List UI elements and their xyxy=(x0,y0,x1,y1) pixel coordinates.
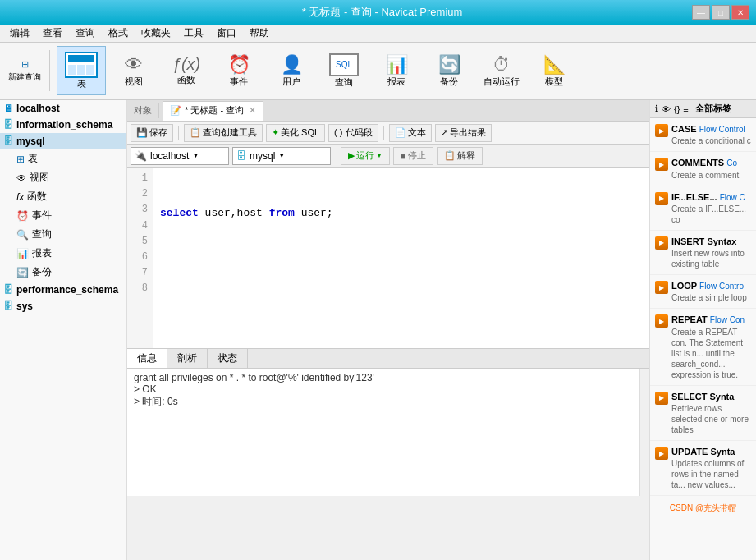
snippet-select-desc: Retrieve rows selected one or more table… xyxy=(671,403,751,435)
sidebar-item-function[interactable]: fx 函数 xyxy=(0,187,126,206)
sidebar-item-view[interactable]: 👁 视图 xyxy=(0,168,126,187)
sidebar-item-information-schema[interactable]: 🗄 information_schema xyxy=(0,117,126,133)
minimize-button[interactable]: — xyxy=(692,5,710,20)
snippet-ifelse[interactable]: ▶ IF...ELSE... Flow C Create a IF...ELSE… xyxy=(650,186,756,231)
host-select-icon: 🔌 xyxy=(135,150,147,162)
results-scrollbar[interactable] xyxy=(639,369,649,496)
result-line-2: > OK xyxy=(134,383,643,395)
stop-icon: ■ xyxy=(401,151,406,161)
sidebar-item-table[interactable]: ⊞ 表 xyxy=(0,149,126,168)
list-icon[interactable]: ≡ xyxy=(683,104,688,114)
toolbar-report-button[interactable]: 📊 报表 xyxy=(372,46,421,95)
snippet-update[interactable]: ▶ UPDATE Synta Updates columns of rows i… xyxy=(650,441,756,496)
db2-icon: 🗄 xyxy=(3,284,13,296)
snippet-update-desc: Updates columns of rows in the named ta.… xyxy=(671,458,751,490)
snippet-insert[interactable]: ▶ INSERT Syntax Insert new rows into exi… xyxy=(650,231,756,275)
snippet-ifelse-type: Flow C xyxy=(720,193,745,202)
toolbar-autorun-button[interactable]: ⏱ 自动运行 xyxy=(477,46,526,95)
snippet-repeat[interactable]: ▶ REPEAT Flow Con Create a REPEAT con. T… xyxy=(650,309,756,385)
user-icon: 👤 xyxy=(281,54,303,76)
toolbar-table-button[interactable]: 表 xyxy=(57,46,106,95)
query-builder-button[interactable]: 📋 查询创建工具 xyxy=(184,124,263,142)
table-icon xyxy=(65,52,98,78)
sidebar-item-mysql[interactable]: 🗄 mysql xyxy=(0,133,126,149)
results-tab-info[interactable]: 信息 xyxy=(127,349,167,368)
db-select[interactable]: 🗄 mysql ▼ xyxy=(232,147,331,165)
toolbar-function-button[interactable]: ƒ(x) 函数 xyxy=(162,46,211,95)
results-tabs: 信息 剖析 状态 xyxy=(127,349,649,369)
report-small-icon: 📊 xyxy=(16,248,29,259)
snippet-ifelse-desc: Create a IF...ELSE... co xyxy=(671,204,751,225)
menu-help[interactable]: 帮助 xyxy=(243,25,276,42)
save-button[interactable]: 💾 保存 xyxy=(131,124,173,142)
code-snippet-button[interactable]: ( ) 代码段 xyxy=(328,124,378,142)
sidebar-item-event[interactable]: ⏰ 事件 xyxy=(0,206,126,225)
toolbar-user-button[interactable]: 👤 用户 xyxy=(267,46,316,95)
line-numbers: 1 2 3 4 5 6 7 8 xyxy=(127,168,153,348)
query-small-icon: 🔍 xyxy=(16,229,29,241)
query-tab-close[interactable]: ✕ xyxy=(249,105,256,116)
menu-view[interactable]: 查看 xyxy=(36,25,69,42)
export-result-button[interactable]: ↗ 导出结果 xyxy=(435,124,492,142)
snippet-update-title: UPDATE Synta xyxy=(671,447,735,457)
menu-query[interactable]: 查询 xyxy=(69,25,102,42)
query-tab[interactable]: 📝 * 无标题 - 查询 ✕ xyxy=(163,101,263,121)
toolbar-query-button[interactable]: SQL 查询 xyxy=(319,46,369,95)
menu-tools[interactable]: 工具 xyxy=(177,25,210,42)
sidebar-item-localhost[interactable]: 🖥 localhost xyxy=(0,100,126,117)
text-button[interactable]: 📄 文本 xyxy=(389,124,432,142)
snippet-case[interactable]: ▶ CASE Flow Control Create a conditional… xyxy=(650,118,756,152)
save-icon: 💾 xyxy=(136,127,148,138)
sidebar-item-performance-schema[interactable]: 🗄 performance_schema xyxy=(0,282,126,298)
code-editor[interactable]: 1 2 3 4 5 6 7 8 select user,host from us… xyxy=(127,168,649,348)
main-layout: 🖥 localhost 🗄 information_schema 🗄 mysql… xyxy=(0,100,756,560)
maximize-button[interactable]: □ xyxy=(712,5,730,20)
snippet-select[interactable]: ▶ SELECT Synta Retrieve rows selected on… xyxy=(650,386,756,441)
sidebar-item-query[interactable]: 🔍 查询 xyxy=(0,225,126,244)
snippet-comments[interactable]: ▶ COMMENTS Co Create a comment xyxy=(650,152,756,186)
snippet-insert-icon: ▶ xyxy=(655,236,668,250)
eye-icon[interactable]: 👁 xyxy=(662,104,671,114)
db-select-icon: 🗄 xyxy=(236,150,246,162)
code-content[interactable]: select user,host from user; grant all pr… xyxy=(153,168,649,348)
close-button[interactable]: ✕ xyxy=(731,5,749,20)
results-tab-status[interactable]: 状态 xyxy=(208,349,248,368)
stop-button[interactable]: ■ 停止 xyxy=(393,147,433,165)
snippet-repeat-header: ▶ REPEAT Flow Con Create a REPEAT con. T… xyxy=(655,314,751,379)
snippet-comments-header: ▶ COMMENTS Co Create a comment xyxy=(655,157,751,180)
snippet-loop-icon: ▶ xyxy=(655,281,668,294)
toolbar-separator xyxy=(49,50,50,91)
snippet-loop[interactable]: ▶ LOOP Flow Contro Create a simple loop xyxy=(650,275,756,309)
menu-favorites[interactable]: 收藏夹 xyxy=(135,25,177,42)
results-tab-profile[interactable]: 剖析 xyxy=(167,349,208,368)
toolbar-user-label: 用户 xyxy=(282,76,300,88)
toolbar-model-button[interactable]: 📐 模型 xyxy=(529,46,579,95)
braces-icon[interactable]: {} xyxy=(674,104,680,114)
toolbar-view-button[interactable]: 👁 视图 xyxy=(109,46,158,95)
menu-window[interactable]: 窗口 xyxy=(210,25,243,42)
right-panel: ℹ 👁 {} ≡ 全部标签 ▶ CASE Flow Control Create… xyxy=(649,100,756,560)
result-line-1: grant all privileges on * . * to root@'%… xyxy=(134,372,643,383)
object-tab[interactable]: 对象 xyxy=(127,103,159,118)
beautify-button[interactable]: ✦ 美化 SQL xyxy=(266,124,325,142)
info-icon[interactable]: ℹ xyxy=(655,103,658,114)
run-button[interactable]: ▶ 运行 ▼ xyxy=(341,147,390,165)
query-icon: SQL xyxy=(329,53,359,76)
sidebar-item-backup[interactable]: 🔄 备份 xyxy=(0,263,126,282)
menu-format[interactable]: 格式 xyxy=(102,25,135,42)
snippet-repeat-type: Flow Con xyxy=(710,315,745,324)
toolbar-event-button[interactable]: ⏰ 事件 xyxy=(214,46,263,95)
db3-icon: 🗄 xyxy=(3,301,13,312)
host-select[interactable]: 🔌 localhost ▼ xyxy=(131,147,229,165)
snippet-select-header: ▶ SELECT Synta Retrieve rows selected on… xyxy=(655,391,751,435)
menu-edit[interactable]: 编辑 xyxy=(3,25,36,42)
results-content: grant all privileges on * . * to root@'%… xyxy=(127,369,649,496)
toolbar-backup-button[interactable]: 🔄 备份 xyxy=(424,46,474,95)
snippet-ifelse-header: ▶ IF...ELSE... Flow C Create a IF...ELSE… xyxy=(655,191,751,225)
sidebar-item-sys[interactable]: 🗄 sys xyxy=(0,298,126,314)
sidebar-item-report[interactable]: 📊 报表 xyxy=(0,244,126,263)
explain-button[interactable]: 📋 解释 xyxy=(437,147,483,165)
new-query-button[interactable]: ⊞ 新建查询 xyxy=(7,56,43,86)
toolbar-query-label: 查询 xyxy=(335,76,353,89)
model-icon: 📐 xyxy=(543,54,566,76)
